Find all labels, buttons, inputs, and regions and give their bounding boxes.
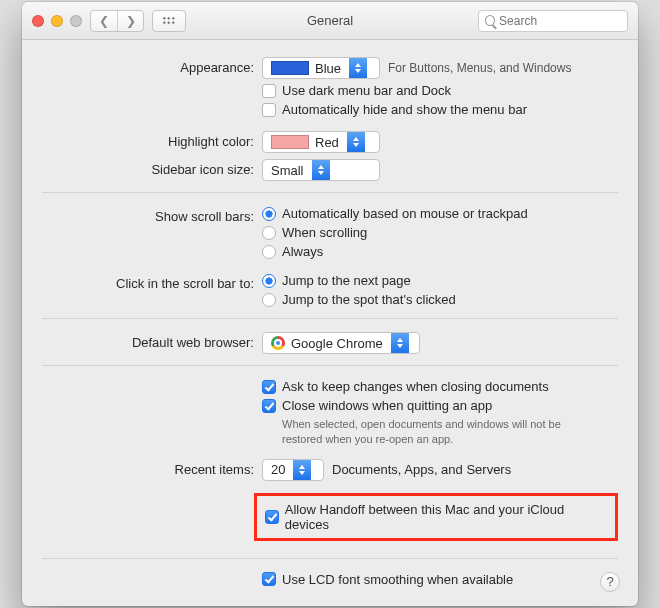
- handoff-highlight: Allow Handoff between this Mac and your …: [254, 493, 618, 541]
- close-windows-checkbox[interactable]: Close windows when quitting an app: [262, 398, 618, 413]
- updown-icon: [293, 460, 311, 480]
- scrollbars-scrolling-radio[interactable]: When scrolling: [262, 225, 618, 240]
- autohide-menu-label: Automatically hide and show the menu bar: [282, 102, 527, 117]
- blue-swatch-icon: [271, 61, 309, 75]
- titlebar: ❮ ❯ General: [22, 2, 638, 40]
- separator: [42, 192, 618, 193]
- updown-icon: [347, 132, 365, 152]
- dark-menu-checkbox[interactable]: Use dark menu bar and Dock: [262, 83, 618, 98]
- ask-changes-checkbox[interactable]: Ask to keep changes when closing documen…: [262, 379, 618, 394]
- highlight-value: Red: [315, 135, 339, 150]
- handoff-checkbox[interactable]: Allow Handoff between this Mac and your …: [265, 502, 607, 532]
- appearance-hint: For Buttons, Menus, and Windows: [388, 61, 571, 75]
- scrollbars-label: Show scroll bars:: [42, 206, 262, 224]
- separator: [42, 318, 618, 319]
- close-icon[interactable]: [32, 15, 44, 27]
- updown-icon: [312, 160, 330, 180]
- window-controls: [32, 15, 82, 27]
- recent-suffix: Documents, Apps, and Servers: [332, 462, 511, 477]
- recent-value: 20: [263, 462, 293, 477]
- help-button[interactable]: ?: [600, 572, 620, 592]
- clickbar-nextpage-radio[interactable]: Jump to the next page: [262, 273, 618, 288]
- forward-button[interactable]: ❯: [117, 11, 143, 31]
- red-swatch-icon: [271, 135, 309, 149]
- search-input[interactable]: [499, 14, 621, 28]
- close-windows-note: When selected, open documents and window…: [262, 417, 602, 447]
- updown-icon: [391, 333, 409, 353]
- scrollbars-auto-radio[interactable]: Automatically based on mouse or trackpad: [262, 206, 618, 221]
- sidebar-label: Sidebar icon size:: [42, 159, 262, 177]
- search-icon: [485, 15, 495, 26]
- nav-back-forward: ❮ ❯: [90, 10, 144, 32]
- appearance-select[interactable]: Blue: [262, 57, 380, 79]
- recent-select[interactable]: 20: [262, 459, 324, 481]
- appearance-value: Blue: [315, 61, 341, 76]
- appearance-label: Appearance:: [42, 57, 262, 75]
- separator: [42, 558, 618, 559]
- search-field[interactable]: [478, 10, 628, 32]
- recent-label: Recent items:: [42, 459, 262, 477]
- browser-value: Google Chrome: [291, 336, 383, 351]
- dark-menu-label: Use dark menu bar and Dock: [282, 83, 451, 98]
- autohide-menu-checkbox[interactable]: Automatically hide and show the menu bar: [262, 102, 618, 117]
- updown-icon: [349, 58, 367, 78]
- clickbar-spot-radio[interactable]: Jump to the spot that's clicked: [262, 292, 618, 307]
- clickbar-label: Click in the scroll bar to:: [42, 273, 262, 291]
- pane-body: Appearance: Blue For Buttons, Menus, and…: [22, 40, 638, 606]
- browser-select[interactable]: Google Chrome: [262, 332, 420, 354]
- sidebar-value: Small: [263, 163, 312, 178]
- chrome-icon: [271, 336, 285, 350]
- show-all-button[interactable]: [152, 10, 186, 32]
- back-button[interactable]: ❮: [91, 11, 117, 31]
- minimize-icon[interactable]: [51, 15, 63, 27]
- separator: [42, 365, 618, 366]
- zoom-icon: [70, 15, 82, 27]
- highlight-select[interactable]: Red: [262, 131, 380, 153]
- browser-label: Default web browser:: [42, 332, 262, 350]
- preferences-window: ❮ ❯ General Appearance: Blue For Buttons…: [22, 2, 638, 606]
- sidebar-select[interactable]: Small: [262, 159, 380, 181]
- grid-icon: [162, 16, 176, 26]
- highlight-label: Highlight color:: [42, 131, 262, 149]
- lcd-smoothing-checkbox[interactable]: Use LCD font smoothing when available: [262, 572, 618, 587]
- scrollbars-always-radio[interactable]: Always: [262, 244, 618, 259]
